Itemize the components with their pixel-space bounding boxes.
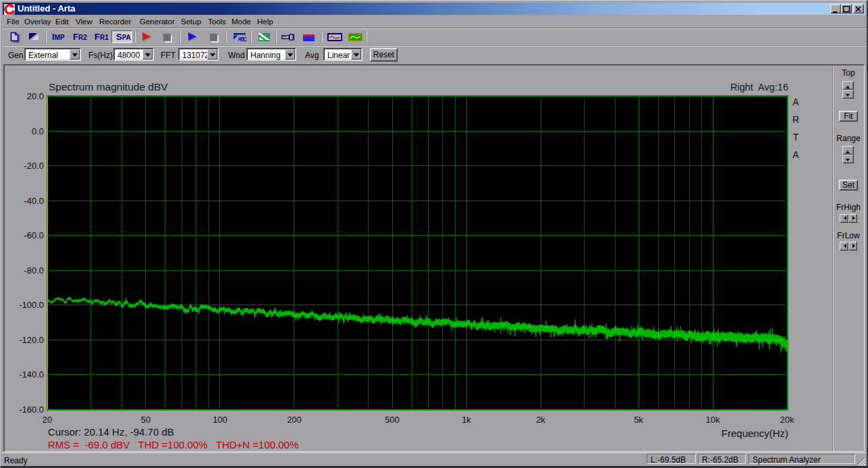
svg-text:ABC: ABC bbox=[238, 36, 247, 43]
